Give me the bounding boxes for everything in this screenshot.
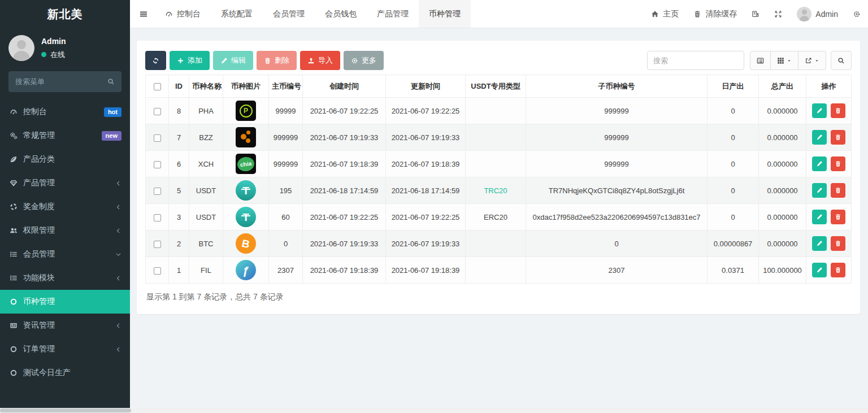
- row-checkbox[interactable]: [154, 214, 161, 221]
- pencil-icon: [816, 267, 823, 273]
- sidebar-item-label: 币种管理: [23, 297, 55, 307]
- badge: hot: [104, 107, 121, 117]
- row-checkbox[interactable]: [154, 267, 161, 275]
- delete-button[interactable]: [831, 130, 845, 145]
- delete-button[interactable]: [831, 263, 845, 277]
- tab-coin-manage[interactable]: 币种管理: [419, 0, 471, 28]
- table-body: 8 PHA P 99999 2021-06-07 19:22:25 2021-0…: [146, 98, 852, 284]
- button-label: 更多: [362, 55, 376, 66]
- home-link[interactable]: 主页: [644, 0, 686, 28]
- sidebar-item-product-category[interactable]: 产品分类: [0, 147, 130, 171]
- row-checkbox[interactable]: [154, 241, 161, 248]
- user-name: Admin: [41, 37, 66, 46]
- horizontal-scrollbar[interactable]: [0, 408, 868, 413]
- cell-usdt-type: [466, 98, 526, 124]
- user-menu[interactable]: Admin: [789, 0, 845, 28]
- row-checkbox[interactable]: [154, 134, 161, 142]
- sidebar-item-auth-manage[interactable]: 权限管理: [0, 219, 130, 242]
- sidebar-toggle-icon[interactable]: [139, 10, 148, 19]
- row-checkbox[interactable]: [154, 161, 161, 168]
- export-button[interactable]: [798, 51, 826, 70]
- more-button[interactable]: 更多: [344, 51, 384, 70]
- pencil-icon: [816, 160, 823, 167]
- delete-button[interactable]: [831, 236, 845, 251]
- delete-button[interactable]: 删除: [257, 51, 297, 70]
- sidebar-item-dashboard[interactable]: 控制台 hot: [0, 100, 130, 124]
- cell-coin-image: P: [223, 98, 269, 124]
- language-button[interactable]: [744, 0, 767, 28]
- row-checkbox[interactable]: [154, 108, 161, 115]
- edit-button[interactable]: [812, 210, 827, 224]
- edit-button[interactable]: [812, 183, 827, 198]
- search-icon: [107, 78, 115, 85]
- sidebar-item-function-module[interactable]: 功能模块: [0, 266, 130, 290]
- menu-search: [8, 71, 121, 92]
- sidebar-item-member-manage[interactable]: 会员管理: [0, 242, 130, 266]
- cell-created: 2021-06-07 19:22:25: [303, 204, 386, 231]
- sidebar-item-bonus-system[interactable]: 奖金制度: [0, 195, 130, 219]
- fullscreen-button[interactable]: [767, 0, 789, 28]
- settings-button[interactable]: [845, 0, 868, 28]
- edit-button[interactable]: [812, 156, 827, 171]
- scrollbar-thumb[interactable]: [0, 408, 131, 412]
- sidebar-item-product-manage[interactable]: 产品管理: [0, 171, 130, 195]
- table-search-input[interactable]: [647, 51, 744, 70]
- cell-total-output: 0.000000: [759, 124, 806, 151]
- tab-product-manage[interactable]: 产品管理: [367, 0, 419, 28]
- trash-icon: [835, 107, 841, 114]
- sidebar-item-general[interactable]: 常规管理 new: [0, 124, 130, 147]
- cell-updated: 2021-06-07 19:18:39: [386, 257, 466, 284]
- delete-button[interactable]: [831, 156, 845, 171]
- edit-button[interactable]: [812, 263, 827, 277]
- cell-id: 7: [169, 124, 189, 151]
- circleo-icon: [8, 298, 18, 306]
- list-icon: [8, 274, 18, 282]
- table-header-row: ID 币种名称 币种图片 主币编号 创建时间 更新时间 USDT专用类型 子币种…: [146, 75, 852, 98]
- delete-button[interactable]: [831, 210, 845, 224]
- import-button[interactable]: 导入: [300, 51, 340, 70]
- trash-icon: [264, 57, 271, 64]
- toolbar-buttons: 添加 编辑 删除 导入 更多: [145, 51, 387, 70]
- sidebar-item-news-manage[interactable]: 资讯管理: [0, 314, 130, 337]
- clear-cache-link[interactable]: 清除缓存: [686, 0, 744, 28]
- row-checkbox[interactable]: [154, 188, 161, 195]
- sidebar-item-coin-manage[interactable]: 币种管理: [0, 290, 130, 314]
- cell-daily-output: 0: [708, 177, 759, 204]
- refresh-icon: [152, 57, 159, 64]
- col-daily-output: 日产出: [708, 75, 759, 98]
- sidebar-item-order-manage[interactable]: 订单管理: [0, 337, 130, 361]
- edit-button[interactable]: [812, 130, 827, 145]
- tab-member-wallet[interactable]: 会员钱包: [315, 0, 367, 28]
- col-main-no: 主币编号: [269, 75, 303, 98]
- edit-button[interactable]: [812, 236, 827, 251]
- cell-created: 2021-06-07 19:19:33: [303, 231, 386, 257]
- select-all-checkbox[interactable]: [154, 83, 161, 90]
- col-usdt-type: USDT专用类型: [466, 75, 526, 98]
- tab-dashboard[interactable]: 控制台: [155, 0, 211, 28]
- toggle-view-button[interactable]: [750, 51, 771, 70]
- col-created: 创建时间: [303, 75, 386, 98]
- tab-label: 会员管理: [273, 9, 305, 19]
- trash-icon: [693, 10, 701, 18]
- button-label: 编辑: [231, 55, 246, 66]
- delete-button[interactable]: [831, 103, 845, 118]
- cell-main-no: 2307: [269, 257, 303, 284]
- menu-search-input[interactable]: [15, 77, 107, 86]
- tab-system-config[interactable]: 系统配置: [211, 0, 263, 28]
- columns-button[interactable]: [770, 51, 798, 70]
- cell-sub-no: TR7NHqjeKQxGTCi8q8ZY4pL8otSzgjLj6t: [526, 177, 708, 204]
- cell-id: 1: [169, 257, 189, 284]
- add-button[interactable]: 添加: [170, 51, 210, 70]
- table-row: 8 PHA P 99999 2021-06-07 19:22:25 2021-0…: [146, 98, 852, 124]
- sidebar-item-label: 测试今日生产: [23, 368, 71, 378]
- cell-actions: [806, 257, 852, 284]
- edit-button[interactable]: [812, 103, 827, 118]
- delete-button[interactable]: [831, 183, 845, 198]
- sidebar-item-test-today[interactable]: 测试今日生产: [0, 361, 130, 385]
- refresh-button[interactable]: [145, 51, 166, 70]
- tab-member-manage[interactable]: 会员管理: [263, 0, 315, 28]
- language-icon: [752, 10, 760, 18]
- edit-button[interactable]: 编辑: [213, 51, 253, 70]
- search-button[interactable]: [831, 51, 852, 70]
- sidebar-item-label: 控制台: [23, 107, 47, 117]
